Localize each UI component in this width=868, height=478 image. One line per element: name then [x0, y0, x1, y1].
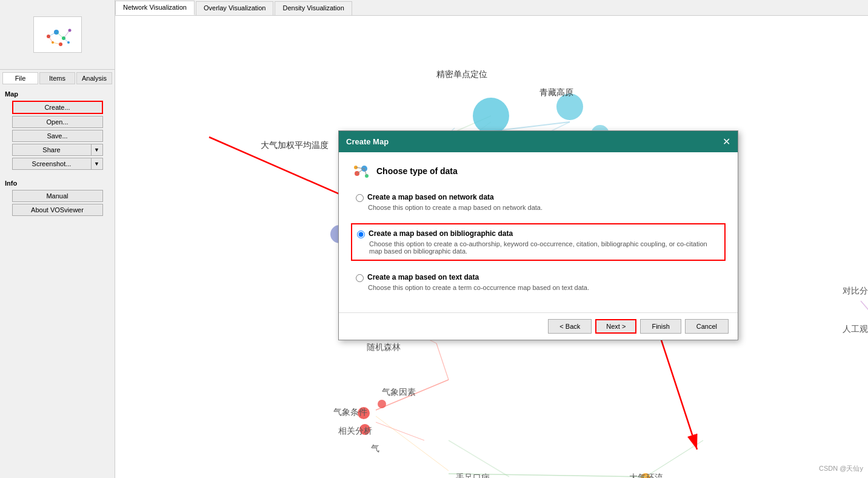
- radio-bibliographic[interactable]: [357, 231, 365, 238]
- tab-network-visualization[interactable]: Network Visualization: [115, 1, 195, 15]
- label-jingmi: 精密单点定位: [436, 69, 487, 80]
- sidebar-tabs: File Items Analysis: [0, 70, 115, 87]
- dialog-close-button[interactable]: ✕: [723, 136, 730, 147]
- screenshot-dropdown-button[interactable]: ▼: [91, 158, 103, 170]
- label-suiji: 随机森林: [367, 342, 401, 353]
- svg-line-37: [449, 474, 646, 477]
- svg-line-22: [376, 380, 449, 410]
- manual-button[interactable]: Manual: [12, 190, 103, 202]
- sidebar-tab-file[interactable]: File: [2, 72, 38, 84]
- tab-density-visualization[interactable]: Density Visualization: [275, 1, 352, 15]
- map-section-label: Map: [0, 87, 115, 99]
- about-button[interactable]: About VOSviewer: [12, 204, 103, 216]
- label-qixiang-tiaojian: 气象条件: [333, 407, 367, 418]
- cancel-button[interactable]: Cancel: [685, 319, 729, 334]
- svg-line-23: [376, 422, 424, 440]
- back-button[interactable]: < Back: [548, 319, 592, 334]
- svg-line-11: [48, 36, 53, 42]
- dialog-section-title: Choose type of data: [376, 166, 458, 176]
- option-bibliographic-desc: Choose this option to create a co-author…: [369, 240, 719, 255]
- label-qi: 气: [371, 443, 379, 454]
- svg-line-19: [861, 301, 868, 343]
- dialog-section-header: Choose type of data: [351, 161, 726, 181]
- label-qixiang-yinsu: 气象因素: [382, 387, 416, 398]
- screenshot-row: Screenshot... ▼: [12, 158, 103, 170]
- sidebar-tab-items[interactable]: Items: [39, 72, 75, 84]
- dialog-footer: < Back Next > Finish Cancel: [339, 312, 738, 340]
- dialog-header-icon: [351, 161, 370, 181]
- svg-line-26: [436, 343, 449, 380]
- radio-network[interactable]: [356, 194, 364, 202]
- visualization-tabs: Network Visualization Overlay Visualizat…: [115, 0, 868, 16]
- save-button[interactable]: Save...: [12, 130, 103, 142]
- label-rengong: 人工观测: [843, 324, 868, 335]
- info-section: Info Manual About VOSviewer: [0, 176, 115, 216]
- svg-line-38: [646, 440, 703, 477]
- open-button[interactable]: Open...: [12, 116, 103, 128]
- sidebar: File Items Analysis Map Create... Open..…: [0, 0, 115, 478]
- info-section-label: Info: [0, 176, 115, 188]
- next-button[interactable]: Next >: [595, 319, 636, 334]
- svg-line-25: [376, 416, 449, 471]
- option-text-label: Create a map based on text data: [356, 273, 721, 282]
- svg-point-33: [359, 424, 370, 435]
- label-daqi-avg: 大气加权平均温度: [261, 140, 329, 151]
- tab-overlay-visualization[interactable]: Overlay Visualization: [196, 1, 274, 15]
- radio-text[interactable]: [356, 274, 364, 282]
- share-row: Share ▼: [12, 144, 103, 156]
- share-dropdown-button[interactable]: ▼: [91, 144, 103, 156]
- option-bibliographic-data[interactable]: Create a map based on bibliographic data…: [351, 223, 726, 261]
- option-text-desc: Choose this option to create a term co-o…: [368, 284, 721, 291]
- option-network-data[interactable]: Create a map based on network data Choos…: [351, 188, 726, 216]
- label-qingzang: 青藏高原: [539, 87, 573, 98]
- dialog-header: Create Map ✕: [339, 131, 738, 152]
- option-network-desc: Choose this option to create a map based…: [368, 204, 721, 211]
- logo-area: [0, 0, 115, 70]
- svg-line-8: [56, 32, 64, 38]
- option-bibliographic-label: Create a map based on bibliographic data: [357, 229, 719, 238]
- svg-line-7: [48, 32, 56, 36]
- option-text-data[interactable]: Create a map based on text data Choose t…: [351, 268, 726, 296]
- svg-point-28: [473, 98, 509, 134]
- option-network-label: Create a map based on network data: [356, 193, 721, 202]
- svg-point-32: [358, 407, 370, 419]
- label-duibi-fenxi: 对比分析: [843, 286, 868, 297]
- share-button[interactable]: Share: [12, 144, 91, 156]
- sidebar-tab-analysis[interactable]: Analysis: [76, 72, 112, 84]
- finish-button[interactable]: Finish: [640, 319, 681, 334]
- dialog-title: Create Map: [346, 137, 389, 146]
- svg-line-9: [64, 30, 70, 38]
- create-button[interactable]: Create...: [12, 101, 103, 114]
- svg-point-35: [641, 473, 650, 478]
- svg-point-29: [556, 93, 583, 120]
- svg-point-34: [378, 400, 386, 408]
- dialog-body: Choose type of data Create a map based o…: [339, 152, 738, 312]
- label-daqi-huanliu: 大气环流: [629, 473, 663, 478]
- svg-line-12: [64, 38, 68, 42]
- label-shoukoubing: 手足口病: [456, 473, 490, 478]
- watermark: CSDN @天仙y: [819, 464, 863, 473]
- screenshot-button[interactable]: Screenshot...: [12, 158, 91, 170]
- svg-line-24: [449, 440, 509, 477]
- create-map-dialog: Create Map ✕ Choose type of data Create …: [338, 130, 738, 340]
- label-xiangguan: 相关分析: [338, 426, 372, 437]
- app-logo: [33, 16, 82, 53]
